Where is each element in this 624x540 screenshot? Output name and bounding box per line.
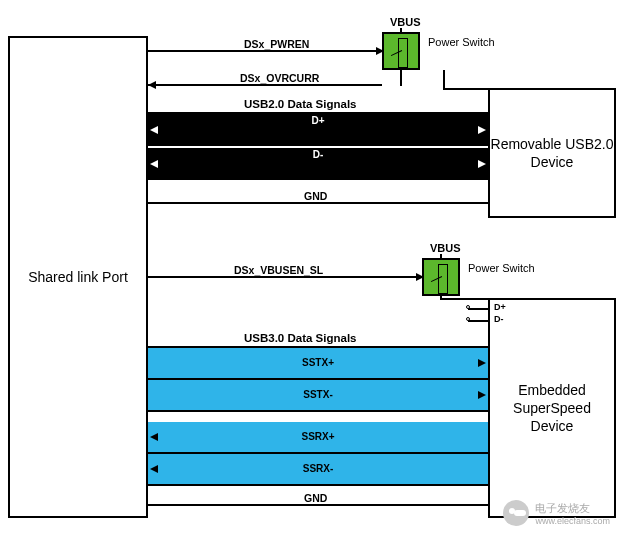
power-switch-2 (422, 258, 460, 296)
watermark-url: www.elecfans.com (535, 516, 610, 526)
sstxm-label: SSTX- (303, 389, 332, 400)
ps2-to-device-h (440, 298, 490, 300)
ss-dm-stub (468, 320, 490, 322)
usb3-header: USB3.0 Data Signals (244, 332, 356, 344)
dp-label: D+ (311, 115, 324, 126)
dp-arrow-l (150, 126, 158, 134)
usb2-device-block: Removable USB2.0 Device (488, 88, 616, 218)
watermark-brand: 电子发烧友 (535, 501, 610, 516)
power-switch-label-1: Power Switch (428, 36, 495, 48)
usb2-device-label: Removable USB2.0 Device (491, 135, 614, 171)
usb2-dm-band: D- (148, 148, 488, 180)
ovrcurr-stub-v (400, 70, 402, 86)
ssrxp-band: SSRX+ (148, 422, 488, 452)
ps1-to-device-v (443, 70, 445, 90)
vbusen-label: DSx_VBUSEN_SL (234, 264, 323, 276)
pwren-line (148, 50, 382, 52)
power-switch-label-2: Power Switch (468, 262, 535, 274)
pwren-label: DSx_PWREN (244, 38, 309, 50)
ssrxm-band: SSRX- (148, 454, 488, 484)
sep1 (148, 378, 488, 380)
switch-body-icon (398, 38, 408, 68)
usb3-gnd-line (148, 504, 488, 506)
usb-hub-diagram: Shared link Port Removable USB2.0 Device… (8, 8, 616, 532)
ovrcurr-arrow-l (148, 81, 156, 89)
switch-body-icon-2 (438, 264, 448, 294)
shared-link-port-block: Shared link Port (8, 36, 148, 518)
superspeed-device-block: Embedded SuperSpeed Device (488, 298, 616, 518)
dm-arrow-l (150, 160, 158, 168)
ps1-to-device-h (443, 88, 490, 90)
ss-dp-dot (466, 305, 470, 309)
usb2-gnd-line (148, 202, 488, 204)
dm-label: D- (313, 149, 324, 160)
sstxp-band: SSTX+ (148, 348, 488, 378)
watermark-logo-icon (503, 500, 529, 526)
power-switch-1 (382, 32, 420, 70)
ssrxm-arrow-l (150, 465, 158, 473)
sep4 (148, 484, 488, 486)
ssrxp-label: SSRX+ (301, 431, 334, 442)
ssrxp-arrow-l (150, 433, 158, 441)
usb2-gnd-label: GND (304, 190, 327, 202)
sstxm-band: SSTX- (148, 380, 488, 410)
ss-device-label: Embedded SuperSpeed Device (490, 381, 614, 436)
usb2-header: USB2.0 Data Signals (244, 98, 356, 110)
sep3 (148, 452, 488, 454)
watermark: 电子发烧友 www.elecfans.com (503, 500, 610, 526)
usb2-dp-band: D+ (148, 114, 488, 146)
vbus-label-2: VBUS (430, 242, 461, 254)
ssrxm-label: SSRX- (303, 463, 334, 474)
sstxp-arrow-r (478, 359, 486, 367)
ss-dp-label: D+ (494, 302, 506, 312)
ss-dm-dot (466, 317, 470, 321)
usb3-gnd-label: GND (304, 492, 327, 504)
ss-dp-stub (468, 308, 490, 310)
ovrcurr-line (148, 84, 382, 86)
vbusen-line (148, 276, 422, 278)
ovrcurr-label: DSx_OVRCURR (240, 72, 319, 84)
sep2 (148, 410, 488, 412)
vbus-label-1: VBUS (390, 16, 421, 28)
sstxm-arrow-r (478, 391, 486, 399)
vbusen-arrow-r (416, 273, 424, 281)
pwren-arrow-r (376, 47, 384, 55)
shared-port-label: Shared link Port (28, 268, 128, 286)
dp-arrow-r (478, 126, 486, 134)
sstxp-label: SSTX+ (302, 357, 334, 368)
dm-arrow-r (478, 160, 486, 168)
ss-dm-label: D- (494, 314, 504, 324)
